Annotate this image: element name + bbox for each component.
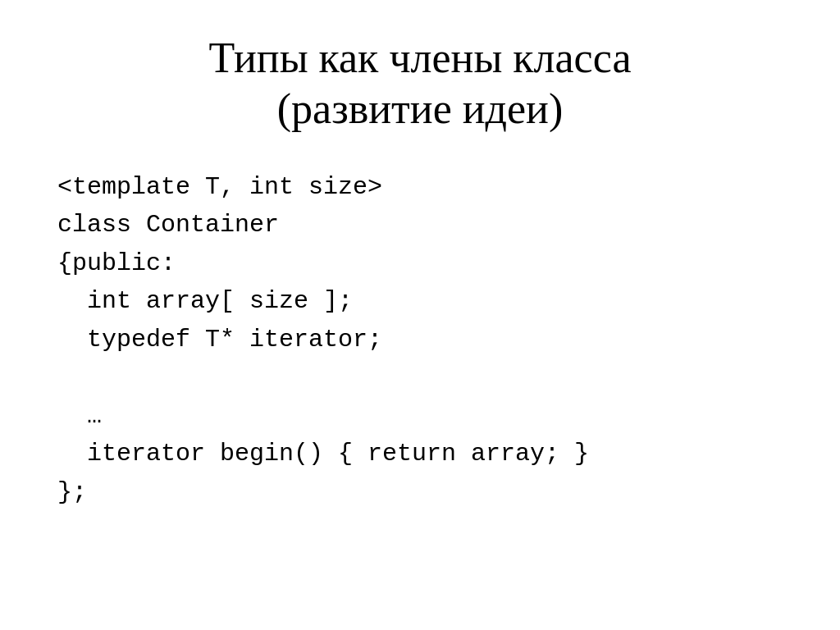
slide-title: Типы как члены класса (развитие идеи) xyxy=(49,33,791,135)
code-line-1: <template T, int size> xyxy=(57,168,791,207)
code-line-3: {public: xyxy=(57,244,791,283)
code-line-6 xyxy=(57,358,791,397)
code-line-4: int array[ size ]; xyxy=(57,282,791,321)
code-line-8: iterator begin() { return array; } xyxy=(57,435,791,473)
code-line-2: class Container xyxy=(57,206,791,244)
code-block: <template T, int size> class Container {… xyxy=(57,168,791,512)
title-line1: Типы как члены класса xyxy=(209,34,632,81)
code-line-7: … xyxy=(57,397,791,436)
code-line-9: }; xyxy=(57,473,791,512)
slide-container: Типы как члены класса (развитие идеи) <t… xyxy=(0,0,840,630)
code-line-5: typedef T* iterator; xyxy=(57,321,791,359)
title-line2: (развитие идеи) xyxy=(277,85,563,132)
